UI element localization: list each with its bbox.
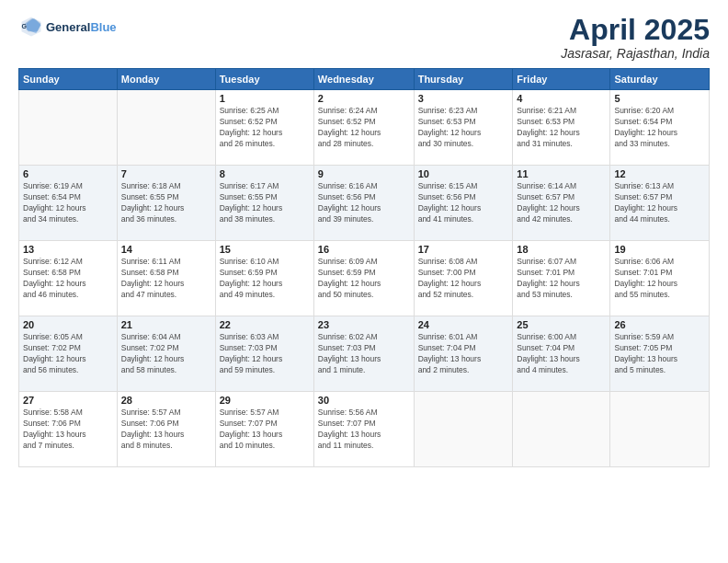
table-row: 14Sunrise: 6:11 AM Sunset: 6:58 PM Dayli… — [117, 241, 215, 316]
day-detail: Sunrise: 6:24 AM Sunset: 6:52 PM Dayligh… — [318, 106, 410, 150]
col-wednesday: Wednesday — [313, 69, 414, 90]
day-number: 28 — [121, 395, 211, 406]
table-row: 2Sunrise: 6:24 AM Sunset: 6:52 PM Daylig… — [313, 90, 414, 166]
day-detail: Sunrise: 6:00 AM Sunset: 7:04 PM Dayligh… — [517, 332, 606, 376]
day-number: 6 — [23, 168, 113, 179]
day-number: 22 — [220, 319, 310, 330]
location: Jasrasar, Rajasthan, India — [561, 46, 710, 61]
day-number: 24 — [418, 319, 509, 330]
day-number: 4 — [517, 93, 606, 104]
table-row: 20Sunrise: 6:05 AM Sunset: 7:02 PM Dayli… — [19, 316, 118, 392]
day-number: 17 — [418, 244, 509, 255]
day-detail: Sunrise: 5:59 AM Sunset: 7:05 PM Dayligh… — [614, 332, 705, 376]
day-detail: Sunrise: 6:05 AM Sunset: 7:02 PM Dayligh… — [23, 332, 113, 376]
day-detail: Sunrise: 6:09 AM Sunset: 6:59 PM Dayligh… — [318, 257, 410, 301]
day-number: 20 — [23, 319, 113, 330]
day-number: 3 — [418, 93, 509, 104]
calendar-table: Sunday Monday Tuesday Wednesday Thursday… — [18, 68, 710, 467]
day-detail: Sunrise: 5:57 AM Sunset: 7:06 PM Dayligh… — [121, 408, 211, 452]
day-number: 29 — [220, 395, 310, 406]
day-detail: Sunrise: 6:14 AM Sunset: 6:57 PM Dayligh… — [517, 181, 606, 225]
day-number: 10 — [418, 168, 509, 179]
day-detail: Sunrise: 6:11 AM Sunset: 6:58 PM Dayligh… — [121, 257, 211, 301]
table-row: 30Sunrise: 5:56 AM Sunset: 7:07 PM Dayli… — [313, 392, 414, 467]
day-detail: Sunrise: 6:01 AM Sunset: 7:04 PM Dayligh… — [418, 332, 509, 376]
day-number: 21 — [121, 319, 211, 330]
day-number: 11 — [517, 168, 606, 179]
table-row: 7Sunrise: 6:18 AM Sunset: 6:55 PM Daylig… — [117, 166, 215, 241]
table-row: 17Sunrise: 6:08 AM Sunset: 7:00 PM Dayli… — [414, 241, 513, 316]
table-row: 9Sunrise: 6:16 AM Sunset: 6:56 PM Daylig… — [313, 166, 414, 241]
day-detail: Sunrise: 6:21 AM Sunset: 6:53 PM Dayligh… — [517, 106, 606, 150]
table-row: 24Sunrise: 6:01 AM Sunset: 7:04 PM Dayli… — [414, 316, 513, 392]
calendar-week-row: 6Sunrise: 6:19 AM Sunset: 6:54 PM Daylig… — [19, 166, 710, 241]
day-detail: Sunrise: 5:57 AM Sunset: 7:07 PM Dayligh… — [220, 408, 310, 452]
table-row: 16Sunrise: 6:09 AM Sunset: 6:59 PM Dayli… — [313, 241, 414, 316]
table-row: 29Sunrise: 5:57 AM Sunset: 7:07 PM Dayli… — [215, 392, 313, 467]
table-row: 10Sunrise: 6:15 AM Sunset: 6:56 PM Dayli… — [414, 166, 513, 241]
col-tuesday: Tuesday — [215, 69, 313, 90]
day-detail: Sunrise: 6:07 AM Sunset: 7:01 PM Dayligh… — [517, 257, 606, 301]
col-sunday: Sunday — [19, 69, 118, 90]
day-detail: Sunrise: 6:03 AM Sunset: 7:03 PM Dayligh… — [220, 332, 310, 376]
day-number: 14 — [121, 244, 211, 255]
table-row — [19, 90, 118, 166]
day-detail: Sunrise: 6:08 AM Sunset: 7:00 PM Dayligh… — [418, 257, 509, 301]
table-row: 3Sunrise: 6:23 AM Sunset: 6:53 PM Daylig… — [414, 90, 513, 166]
header: G GeneralBlue April 2025 Jasrasar, Rajas… — [18, 14, 710, 61]
table-row — [414, 392, 513, 467]
day-number: 27 — [23, 395, 113, 406]
logo: G GeneralBlue — [18, 14, 117, 40]
calendar-page: G GeneralBlue April 2025 Jasrasar, Rajas… — [0, 0, 728, 563]
table-row: 28Sunrise: 5:57 AM Sunset: 7:06 PM Dayli… — [117, 392, 215, 467]
day-number: 16 — [318, 244, 410, 255]
svg-text:G: G — [22, 23, 28, 29]
calendar-week-row: 1Sunrise: 6:25 AM Sunset: 6:52 PM Daylig… — [19, 90, 710, 166]
table-row: 1Sunrise: 6:25 AM Sunset: 6:52 PM Daylig… — [215, 90, 313, 166]
day-detail: Sunrise: 6:15 AM Sunset: 6:56 PM Dayligh… — [418, 181, 509, 225]
day-detail: Sunrise: 6:10 AM Sunset: 6:59 PM Dayligh… — [220, 257, 310, 301]
day-detail: Sunrise: 6:13 AM Sunset: 6:57 PM Dayligh… — [614, 181, 705, 225]
table-row: 23Sunrise: 6:02 AM Sunset: 7:03 PM Dayli… — [313, 316, 414, 392]
day-detail: Sunrise: 6:20 AM Sunset: 6:54 PM Dayligh… — [614, 106, 705, 150]
table-row: 27Sunrise: 5:58 AM Sunset: 7:06 PM Dayli… — [19, 392, 118, 467]
table-row: 25Sunrise: 6:00 AM Sunset: 7:04 PM Dayli… — [513, 316, 610, 392]
day-detail: Sunrise: 5:56 AM Sunset: 7:07 PM Dayligh… — [318, 408, 410, 452]
logo-line1: GeneralBlue — [46, 20, 117, 34]
table-row: 18Sunrise: 6:07 AM Sunset: 7:01 PM Dayli… — [513, 241, 610, 316]
day-number: 5 — [614, 93, 705, 104]
table-row: 15Sunrise: 6:10 AM Sunset: 6:59 PM Dayli… — [215, 241, 313, 316]
day-detail: Sunrise: 6:16 AM Sunset: 6:56 PM Dayligh… — [318, 181, 410, 225]
calendar-header-row: Sunday Monday Tuesday Wednesday Thursday… — [19, 69, 710, 90]
col-thursday: Thursday — [414, 69, 513, 90]
day-number: 2 — [318, 93, 410, 104]
calendar-week-row: 27Sunrise: 5:58 AM Sunset: 7:06 PM Dayli… — [19, 392, 710, 467]
logo-text-block: GeneralBlue — [46, 20, 117, 34]
table-row: 19Sunrise: 6:06 AM Sunset: 7:01 PM Dayli… — [610, 241, 710, 316]
day-number: 1 — [220, 93, 310, 104]
col-saturday: Saturday — [610, 69, 710, 90]
day-number: 9 — [318, 168, 410, 179]
day-detail: Sunrise: 6:25 AM Sunset: 6:52 PM Dayligh… — [220, 106, 310, 150]
month-title: April 2025 — [561, 14, 710, 46]
day-number: 12 — [614, 168, 705, 179]
day-detail: Sunrise: 6:04 AM Sunset: 7:02 PM Dayligh… — [121, 332, 211, 376]
day-detail: Sunrise: 6:23 AM Sunset: 6:53 PM Dayligh… — [418, 106, 509, 150]
logo-icon: G — [18, 14, 44, 40]
day-number: 8 — [220, 168, 310, 179]
day-number: 19 — [614, 244, 705, 255]
table-row: 21Sunrise: 6:04 AM Sunset: 7:02 PM Dayli… — [117, 316, 215, 392]
table-row: 4Sunrise: 6:21 AM Sunset: 6:53 PM Daylig… — [513, 90, 610, 166]
table-row — [610, 392, 710, 467]
calendar-week-row: 13Sunrise: 6:12 AM Sunset: 6:58 PM Dayli… — [19, 241, 710, 316]
day-number: 13 — [23, 244, 113, 255]
table-row — [513, 392, 610, 467]
day-detail: Sunrise: 6:18 AM Sunset: 6:55 PM Dayligh… — [121, 181, 211, 225]
day-number: 18 — [517, 244, 606, 255]
table-row — [117, 90, 215, 166]
day-detail: Sunrise: 6:17 AM Sunset: 6:55 PM Dayligh… — [220, 181, 310, 225]
title-area: April 2025 Jasrasar, Rajasthan, India — [561, 14, 710, 61]
day-number: 15 — [220, 244, 310, 255]
table-row: 12Sunrise: 6:13 AM Sunset: 6:57 PM Dayli… — [610, 166, 710, 241]
table-row: 26Sunrise: 5:59 AM Sunset: 7:05 PM Dayli… — [610, 316, 710, 392]
